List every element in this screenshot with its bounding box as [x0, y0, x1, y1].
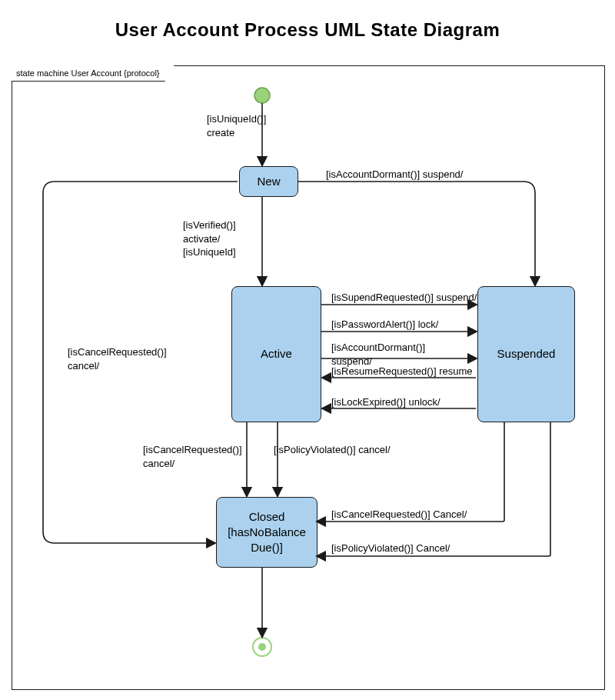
transition-active-suspended-3: [isAccountDormant()] suspend/ — [331, 341, 425, 368]
transition-suspended-closed-2: [isPolicyViolated()] Cancel/ — [331, 542, 450, 555]
transition-active-closed-1: [isCancelRequested()] cancel/ — [143, 443, 242, 470]
state-active-label: Active — [261, 346, 292, 362]
transition-new-closed: [isCancelRequested()] cancel/ — [68, 345, 167, 372]
final-state-inner-icon — [258, 643, 266, 651]
state-active: Active — [231, 286, 321, 422]
transition-suspended-closed-1: [isCancelRequested()] Cancel/ — [331, 508, 467, 522]
frame-label: state machine User Account {protocol} — [12, 65, 175, 82]
state-suspended: Suspended — [477, 286, 575, 422]
transition-suspended-active-2: [isLockExpired()] unlock/ — [331, 395, 440, 409]
transition-init-new: [isUniqueId()] create — [207, 112, 266, 139]
transition-new-active: [isVerified()] activate/ [isUniqueId] — [183, 218, 236, 259]
transition-active-suspended-1: [isSupendRequested()] suspend/ — [331, 291, 477, 305]
transition-active-closed-2: [isPolicyViolated()] cancel/ — [274, 443, 391, 457]
transition-active-suspended-2: [isPasswordAlert()] lock/ — [331, 318, 438, 332]
transition-new-suspended: [isAccountDormant()] suspend/ — [326, 168, 463, 182]
state-new-label: New — [257, 174, 280, 189]
diagram-title: User Account Process UML State Diagram — [0, 0, 615, 52]
state-closed: Closed [hasNoBalance Due()] — [216, 497, 317, 568]
state-suspended-label: Suspended — [497, 346, 556, 362]
state-machine-frame: state machine User Account {protocol} Ne… — [12, 65, 605, 690]
transition-suspended-active-1: [isResumeRequested()] resume — [331, 365, 473, 378]
state-new: New — [239, 166, 298, 197]
final-state-outer-icon — [253, 638, 271, 656]
initial-state-icon — [254, 88, 270, 103]
state-closed-label: Closed [hasNoBalance Due()] — [228, 509, 306, 556]
